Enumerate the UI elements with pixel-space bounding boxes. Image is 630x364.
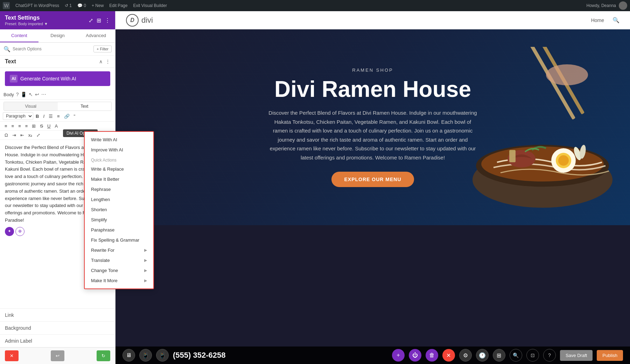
- apply-button[interactable]: ↻: [97, 350, 110, 361]
- translate-item[interactable]: Translate ▶: [85, 255, 153, 265]
- admin-bar-new[interactable]: + New: [92, 3, 104, 8]
- tab-content[interactable]: Content: [0, 29, 38, 42]
- save-draft-button[interactable]: Save Draft: [560, 350, 593, 361]
- align-center-button[interactable]: ≡: [10, 122, 16, 130]
- sidebar-tabs: Content Design Advanced: [0, 29, 115, 43]
- font-color-button[interactable]: A: [53, 122, 59, 130]
- divi-nav-bar: D divi Home 🔍: [115, 11, 630, 29]
- wp-logo-icon[interactable]: W: [3, 2, 10, 9]
- body-toolbar: Body ? 📱 ↖ ↩ ⋯: [0, 90, 115, 100]
- rephrase-item[interactable]: Rephrase: [85, 184, 153, 194]
- sidebar-header: Text Settings Preset: Body imported ▼ ⤢ …: [0, 11, 115, 29]
- visual-toggle[interactable]: Visual: [4, 102, 58, 110]
- split-icon[interactable]: ⊞: [97, 17, 101, 24]
- body-label: Body: [4, 92, 14, 97]
- admin-bar-exit-builder[interactable]: Exit Visual Builder: [133, 3, 167, 8]
- help-builder-button[interactable]: ?: [543, 349, 556, 362]
- align-left-button[interactable]: ≡: [3, 122, 9, 130]
- admin-bar-comments[interactable]: 💬 0: [77, 3, 86, 8]
- table-button[interactable]: ⊞: [30, 122, 37, 130]
- admin-bar-chatgpt[interactable]: ChatGPT in WordPress: [15, 3, 59, 8]
- ai-write-icon[interactable]: ✦: [5, 227, 14, 236]
- ol-button[interactable]: ≡: [55, 113, 62, 120]
- underline-button[interactable]: U: [46, 122, 52, 130]
- lengthen-item[interactable]: Lengthen: [85, 194, 153, 205]
- italic-button[interactable]: I: [41, 113, 46, 120]
- menu-dots-icon[interactable]: ⋮: [105, 17, 110, 24]
- make-it-more-chevron-icon: ▶: [144, 278, 147, 283]
- nav-home[interactable]: Home: [591, 17, 604, 23]
- help-icon[interactable]: ?: [16, 92, 19, 97]
- nav-search-icon[interactable]: 🔍: [612, 17, 620, 23]
- desktop-view-button[interactable]: 🖥: [122, 349, 135, 362]
- admin-bar-edit-page[interactable]: Edit Page: [109, 3, 127, 8]
- rewrite-for-item[interactable]: Rewrite For ▶: [85, 245, 153, 255]
- align-justify-button[interactable]: ≡: [23, 122, 30, 130]
- hero-description: Discover the Perfect Blend of Flavors at…: [268, 108, 478, 162]
- ai-icon: AI: [10, 75, 18, 83]
- fullscreen-icon[interactable]: ⤢: [89, 17, 93, 24]
- shorten-item[interactable]: Shorten: [85, 205, 153, 215]
- publish-button[interactable]: Publish: [597, 350, 623, 361]
- strikethrough-button[interactable]: S: [38, 122, 45, 130]
- reset-button[interactable]: ↩: [51, 350, 64, 361]
- outdent-button[interactable]: ⇤: [19, 131, 26, 139]
- fullscreen-editor-button[interactable]: ⤢: [35, 131, 42, 139]
- undo-icon[interactable]: ↩: [35, 92, 39, 97]
- admin-bar: W ChatGPT in WordPress ↺ 1 💬 0 + New Edi…: [0, 0, 630, 11]
- special-char-button[interactable]: Ω: [3, 131, 10, 139]
- device-icon[interactable]: 📱: [21, 92, 27, 97]
- subscript-button[interactable]: x₂: [27, 131, 34, 139]
- more-options-icon[interactable]: ⋮: [105, 59, 110, 64]
- bold-button[interactable]: B: [34, 113, 41, 120]
- user-avatar[interactable]: [619, 1, 627, 10]
- ul-button[interactable]: ☰: [47, 113, 55, 120]
- write-replace-item[interactable]: Write & Replace: [85, 164, 153, 174]
- paraphrase-item[interactable]: Paraphrase: [85, 225, 153, 235]
- close-button[interactable]: ✕: [442, 349, 455, 362]
- text-toggle[interactable]: Text: [58, 102, 112, 110]
- more-icon[interactable]: ⋯: [41, 92, 46, 97]
- cancel-button[interactable]: ✕: [5, 350, 19, 361]
- nav-links: Home 🔍: [591, 17, 620, 23]
- text-section-header: Text ∧ ⋮: [0, 56, 115, 68]
- ai-options-icon[interactable]: ⊕: [15, 227, 24, 236]
- section-title: Text: [5, 58, 16, 65]
- power-button[interactable]: ⏻: [409, 349, 421, 362]
- hero-tag: RAMEN SHOP: [352, 67, 393, 73]
- improve-with-ai-item[interactable]: Improve With AI: [85, 145, 153, 155]
- quick-actions-label: Quick Actions: [85, 155, 153, 164]
- hero-cta-button[interactable]: EXPLORE OUR MENU: [331, 172, 414, 187]
- hero-content: RAMEN SHOP Divi Ramen House Discover the…: [115, 29, 630, 225]
- make-it-better-item[interactable]: Make It Better: [85, 174, 153, 184]
- indent-button[interactable]: ⇥: [10, 131, 18, 139]
- mobile-view-button[interactable]: 📱: [156, 349, 169, 362]
- align-right-button[interactable]: ≡: [16, 122, 23, 130]
- generate-ai-button[interactable]: AI Generate Content With AI: [5, 71, 110, 86]
- tab-advanced[interactable]: Advanced: [77, 29, 115, 42]
- content-area: D divi Home 🔍: [115, 11, 630, 364]
- filter-button[interactable]: + Filter: [93, 45, 112, 52]
- change-tone-item[interactable]: Change Tone ▶: [85, 265, 153, 276]
- layout-button[interactable]: ⊞: [493, 349, 505, 362]
- simplify-item[interactable]: Simplify: [85, 215, 153, 225]
- make-it-more-item[interactable]: Make It More ▶: [85, 276, 153, 286]
- write-with-ai-item[interactable]: Write With AI: [85, 135, 153, 145]
- settings-button[interactable]: ⚙: [459, 349, 472, 362]
- search-input[interactable]: [13, 47, 91, 51]
- tablet-view-button[interactable]: 📱: [139, 349, 152, 362]
- fix-spelling-item[interactable]: Fix Spelling & Grammar: [85, 235, 153, 245]
- cursor-icon[interactable]: ↖: [29, 92, 33, 97]
- history-button[interactable]: 🕐: [476, 349, 489, 362]
- delete-button[interactable]: 🗑: [426, 349, 438, 362]
- paragraph-select[interactable]: Paragraph: [3, 112, 33, 120]
- admin-bar-counter1[interactable]: ↺ 1: [65, 3, 72, 8]
- search-builder-button[interactable]: 🔍: [510, 349, 522, 362]
- link-button[interactable]: 🔗: [62, 113, 71, 120]
- wireframe-button[interactable]: ⊡: [526, 349, 539, 362]
- sidebar-subtitle[interactable]: Preset: Body imported ▼: [5, 22, 48, 26]
- quote-button[interactable]: ": [72, 113, 77, 120]
- add-section-button[interactable]: +: [392, 349, 405, 362]
- tab-design[interactable]: Design: [38, 29, 77, 42]
- collapse-icon[interactable]: ∧: [99, 59, 103, 64]
